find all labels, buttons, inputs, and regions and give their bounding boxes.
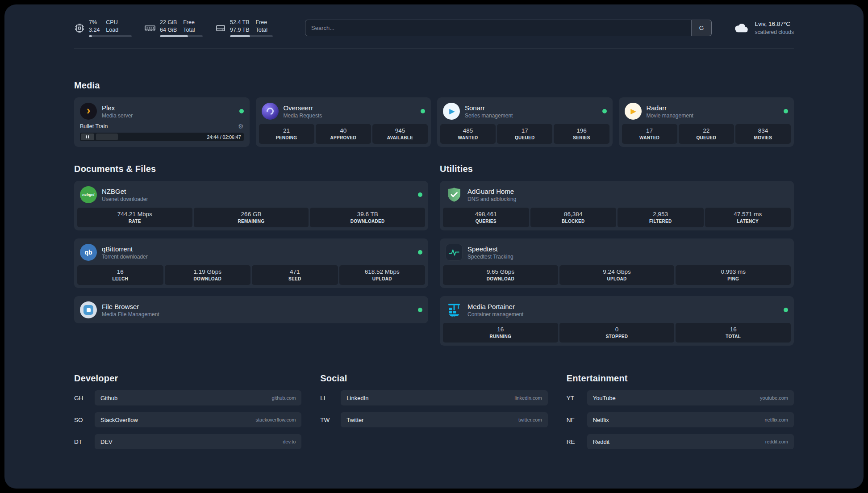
plex-icon: › xyxy=(80,103,97,120)
gear-icon[interactable]: ⚙ xyxy=(238,123,244,130)
cpu-percent: 7% xyxy=(89,19,100,26)
stat-label: TOTAL xyxy=(677,334,789,339)
bookmark-row[interactable]: RE Reddit reddit.com xyxy=(567,434,794,449)
portainer-icon xyxy=(446,301,463,318)
section-title-utilities: Utilities xyxy=(440,164,794,174)
memory-total-value: 64 GiB xyxy=(160,26,177,34)
pause-icon xyxy=(81,134,94,140)
stat-block: 22 QUEUED xyxy=(679,124,734,144)
search-provider-button[interactable]: G xyxy=(691,20,712,36)
status-dot xyxy=(418,250,422,255)
cpu-progress-bar xyxy=(89,35,132,37)
stat-label: SERIES xyxy=(555,135,607,140)
stat-value: 16 xyxy=(79,268,162,275)
stat-value: 834 xyxy=(737,127,789,134)
stat-block: 16 LEECH xyxy=(77,265,163,285)
bookmark-row[interactable]: YT YouTube youtube.com xyxy=(567,390,794,405)
playback-bar: 24:44 / 02:06:47 xyxy=(80,133,244,141)
bookmark-row[interactable]: TW Twitter twitter.com xyxy=(320,412,547,427)
service-desc: Media File Management xyxy=(102,311,159,318)
bookmark-domain: reddit.com xyxy=(765,439,788,444)
stat-block: 86,384 BLOCKED xyxy=(530,208,617,227)
qbittorrent-icon: qb xyxy=(80,244,97,261)
stat-value: 86,384 xyxy=(532,211,615,217)
bookmark-abbr: NF xyxy=(567,417,587,423)
bookmark-domain: linkedin.com xyxy=(515,395,542,401)
adguard-icon xyxy=(446,186,463,203)
service-desc: Speedtest Tracking xyxy=(467,254,513,260)
stat-value: 266 GB xyxy=(196,211,307,217)
stat-block: 16 RUNNING xyxy=(443,323,558,343)
status-dot xyxy=(602,109,607,113)
bookmark-row[interactable]: GH Github github.com xyxy=(74,390,301,405)
service-card-plex[interactable]: › Plex Media server Bullet Train ⚙ xyxy=(74,97,250,147)
stat-value: 0.993 ms xyxy=(677,268,789,275)
service-card-speedtest[interactable]: Speedtest Speedtest Tracking 9.65 Gbps D… xyxy=(440,238,794,288)
stat-label: LATENCY xyxy=(707,219,789,224)
stat-label: RUNNING xyxy=(445,334,556,339)
cpu-label: CPU xyxy=(106,19,118,26)
stat-block: 1.19 Gbps DOWNLOAD xyxy=(165,265,251,285)
stat-label: PING xyxy=(677,276,789,281)
stat-block: 39.6 TB DOWNLOADED xyxy=(310,208,425,227)
bookmark-abbr: SO xyxy=(74,417,95,423)
bookmark-abbr: RE xyxy=(567,439,587,445)
cpu-load-value: 3.24 xyxy=(89,26,100,34)
stat-block: 21 PENDING xyxy=(259,124,314,144)
service-card-qbittorrent[interactable]: qb qBittorrent Torrent downloader 16 LEE… xyxy=(74,238,428,288)
bookmark-row[interactable]: LI LinkedIn linkedin.com xyxy=(320,390,547,405)
weather-location: Lviv, 16.87°C xyxy=(755,20,794,28)
stat-block: 0.993 ms PING xyxy=(676,265,791,285)
section-documents: Documents & Files nzbget NZBGet Usenet d… xyxy=(74,164,428,323)
stat-value: 485 xyxy=(442,127,494,134)
stat-label: DOWNLOAD xyxy=(167,276,249,281)
bookmark-abbr: DT xyxy=(74,439,95,445)
bookmark-domain: dev.to xyxy=(283,439,296,444)
search-input[interactable] xyxy=(305,20,712,36)
service-card-filebrowser[interactable]: File Browser Media File Management xyxy=(74,296,428,323)
service-card-overseerr[interactable]: Overseerr Media Requests 21 PENDING 40 A… xyxy=(256,97,431,147)
disk-free-value: 52.4 TB xyxy=(230,19,250,26)
bookmark-row[interactable]: NF Netflix netflix.com xyxy=(567,412,794,427)
bookmark-row[interactable]: SO StackOverflow stackoverflow.com xyxy=(74,412,301,427)
service-desc: Media Requests xyxy=(284,113,322,119)
service-card-portainer[interactable]: Media Portainer Container management 16 … xyxy=(440,296,794,346)
disk-widget: 52.4 TB 97.9 TB Free Total xyxy=(215,19,273,37)
service-name: qBittorrent xyxy=(102,245,148,253)
service-card-sonarr[interactable]: ▶ Sonarr Series management 485 WANTED 17… xyxy=(437,97,613,147)
stat-block: 47.571 ms LATENCY xyxy=(705,208,791,227)
stat-value: 22 xyxy=(680,127,732,134)
stat-value: 744.21 Mbps xyxy=(79,211,191,217)
overseerr-icon xyxy=(262,103,279,120)
stat-block: 9.65 Gbps DOWNLOAD xyxy=(443,265,558,285)
service-card-nzbget[interactable]: nzbget NZBGet Usenet downloader 744.21 M… xyxy=(74,181,428,230)
bookmark-row[interactable]: DT DEV dev.to xyxy=(74,434,301,449)
stat-label: QUEUED xyxy=(499,135,551,140)
filebrowser-icon xyxy=(80,301,97,318)
service-name: Overseerr xyxy=(284,104,322,112)
status-dot xyxy=(421,109,425,113)
service-name: NZBGet xyxy=(102,188,148,195)
stat-label: DOWNLOAD xyxy=(445,276,556,281)
stat-label: QUEUED xyxy=(680,135,732,140)
stat-label: WANTED xyxy=(442,135,494,140)
header-divider xyxy=(74,49,794,49)
service-desc: Series management xyxy=(465,113,513,119)
stat-label: RATE xyxy=(79,219,191,224)
bookmark-group-developer: Developer GH Github github.com SO StackO… xyxy=(74,373,301,456)
stat-block: 16 TOTAL xyxy=(676,323,791,343)
stat-label: FILTERED xyxy=(619,219,702,224)
stat-value: 21 xyxy=(261,127,313,134)
speedtest-icon xyxy=(446,244,463,261)
disk-total-label: Total xyxy=(256,26,267,34)
weather-widget: Lviv, 16.87°C scattered clouds xyxy=(731,20,794,35)
stat-value: 945 xyxy=(374,127,426,134)
service-name: Radarr xyxy=(647,104,693,112)
stat-block: 618.52 Mbps UPLOAD xyxy=(339,265,426,285)
weather-condition: scattered clouds xyxy=(755,29,794,36)
stat-label: QUERIES xyxy=(445,219,527,224)
service-card-adguard[interactable]: AdGuard Home DNS and adblocking 498,461 … xyxy=(440,181,794,230)
stat-label: UPLOAD xyxy=(561,276,673,281)
service-card-radarr[interactable]: ▶ Radarr Movie management 17 WANTED 22 Q… xyxy=(619,97,794,147)
stat-block: 17 QUEUED xyxy=(497,124,552,144)
